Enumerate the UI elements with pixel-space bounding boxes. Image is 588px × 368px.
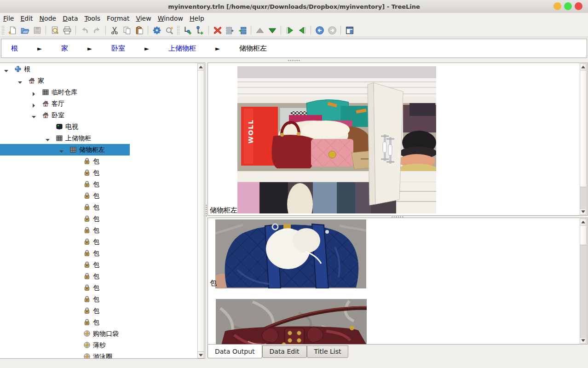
tree-item-17[interactable]: 包: [0, 259, 197, 270]
scroll-down-button[interactable]: [580, 337, 586, 343]
next-node-button[interactable]: [284, 25, 295, 36]
delete-node-button[interactable]: [212, 25, 223, 36]
tree-item-13[interactable]: 包: [0, 213, 197, 224]
cut-button[interactable]: [109, 25, 120, 36]
tree-scrollbar[interactable]: [197, 63, 204, 358]
redo-icon: [92, 26, 102, 35]
tree-item-7[interactable]: 储物柜左: [0, 144, 197, 155]
unindent-node-button[interactable]: [224, 25, 236, 36]
tree-item-6[interactable]: 上储物柜: [0, 132, 197, 144]
tree-item-10[interactable]: 包: [0, 178, 197, 190]
scroll-up-button[interactable]: [198, 64, 204, 70]
show-data-output-button[interactable]: [344, 25, 355, 36]
toolbar-drag-handle[interactable]: [1, 25, 5, 35]
print-preview-button[interactable]: [49, 25, 60, 36]
print-button[interactable]: [61, 25, 73, 36]
tree-item-5[interactable]: 电视: [0, 121, 197, 132]
insert-sibling-button[interactable]: [182, 25, 193, 36]
configure-types-button[interactable]: [151, 25, 162, 36]
top-panel-scrollbar[interactable]: [580, 63, 587, 215]
breadcrumb-item-1[interactable]: 家: [52, 44, 78, 53]
tree-scrollbar-thumb[interactable]: [198, 70, 204, 352]
expand-arrow-down-icon[interactable]: [17, 78, 23, 87]
tree-item-9[interactable]: 包: [0, 167, 197, 178]
top-panel-scrollbar-thumb[interactable]: [580, 70, 586, 187]
toolbar-separator: [340, 26, 341, 35]
tree-item-8[interactable]: 包: [0, 155, 197, 167]
breadcrumb-item-3[interactable]: 上储物柜: [159, 44, 206, 53]
menu-item-file[interactable]: File: [0, 14, 17, 23]
find-button[interactable]: [163, 25, 175, 36]
breadcrumb-item-0[interactable]: 根: [1, 44, 28, 53]
go-back-button[interactable]: [314, 25, 325, 36]
save-file-button[interactable]: [31, 25, 43, 36]
move-up-button[interactable]: [254, 25, 265, 36]
undo-button[interactable]: [79, 25, 90, 36]
tree-item-1[interactable]: 家: [0, 75, 197, 86]
tree-item-20[interactable]: 包: [0, 293, 197, 305]
tree-item-23[interactable]: 购物口袋: [0, 328, 197, 339]
expand-arrow-down-icon[interactable]: [59, 147, 64, 156]
prev-node-button[interactable]: [296, 25, 308, 36]
tab-data-edit[interactable]: Data Edit: [262, 345, 307, 358]
tab-title-list[interactable]: Title List: [307, 345, 349, 358]
menu-item-data[interactable]: Data: [60, 14, 81, 23]
scroll-up-button[interactable]: [580, 64, 586, 70]
tree-item-24[interactable]: 薄纱: [0, 339, 197, 351]
grid-icon: [56, 134, 63, 144]
expand-arrow-right-icon[interactable]: [31, 101, 36, 110]
tree-item-label: 上储物柜: [65, 132, 91, 144]
menu-label-post: iew: [140, 15, 151, 22]
paste-button[interactable]: [133, 25, 145, 36]
go-forward-button[interactable]: [326, 25, 338, 36]
open-file-icon: [20, 26, 29, 35]
tree-item-4[interactable]: 卧室: [0, 109, 197, 121]
tree-item-21[interactable]: 包: [0, 305, 197, 316]
toolbar-drag-handle[interactable]: [177, 25, 180, 35]
breadcrumb-splitter[interactable]: [0, 58, 588, 63]
menu-item-help[interactable]: Help: [187, 14, 207, 23]
tree-item-25[interactable]: 游泳圈: [0, 351, 197, 359]
menu-item-edit[interactable]: Edit: [17, 14, 35, 23]
tab-data-output[interactable]: Data Output: [208, 345, 262, 358]
expand-arrow-down-icon[interactable]: [45, 136, 50, 144]
tree-item-16[interactable]: 包: [0, 247, 197, 259]
menu-item-tools[interactable]: Tools: [82, 14, 104, 23]
tree-item-0[interactable]: 根: [0, 63, 197, 75]
open-file-button[interactable]: [19, 25, 30, 36]
minimize-button[interactable]: [553, 2, 561, 10]
tree-item-14[interactable]: 包: [0, 224, 197, 236]
tree-item-22[interactable]: 包: [0, 316, 197, 328]
menu-item-format[interactable]: Format: [104, 14, 132, 23]
menu-item-view[interactable]: View: [133, 14, 154, 23]
expand-arrow-right-icon[interactable]: [31, 90, 36, 98]
tree-item-11[interactable]: 包: [0, 190, 197, 201]
new-file-button[interactable]: [6, 25, 18, 36]
copy-button[interactable]: [121, 25, 133, 36]
menu-bar: FileEditNodeDataToolsFormatViewWindowHel…: [0, 13, 588, 24]
redo-button[interactable]: [91, 25, 103, 36]
scroll-up-button[interactable]: [580, 219, 586, 225]
scrollbar-track[interactable]: [580, 187, 586, 209]
menu-item-window[interactable]: Window: [155, 14, 186, 23]
expand-arrow-down-icon[interactable]: [31, 113, 36, 121]
indent-node-button[interactable]: [236, 25, 248, 36]
bottom-panel-scrollbar-thumb[interactable]: [580, 225, 586, 245]
tree-item-3[interactable]: 客厅: [0, 98, 197, 109]
tree-item-12[interactable]: 包: [0, 201, 197, 213]
menu-item-node[interactable]: Node: [37, 14, 59, 23]
tree-item-15[interactable]: 包: [0, 236, 197, 247]
bottom-panel-scrollbar[interactable]: [580, 218, 587, 344]
close-button[interactable]: [575, 2, 582, 10]
breadcrumb-item-2[interactable]: 卧室: [102, 44, 135, 53]
expand-arrow-down-icon[interactable]: [4, 67, 9, 75]
tree-item-18[interactable]: 包: [0, 270, 197, 282]
scroll-down-button[interactable]: [580, 208, 586, 214]
scroll-down-button[interactable]: [198, 352, 204, 358]
scrollbar-track[interactable]: [580, 245, 586, 338]
maximize-button[interactable]: [564, 2, 572, 10]
tree-item-2[interactable]: 临时仓库: [0, 86, 197, 98]
move-down-button[interactable]: [266, 25, 278, 36]
tree-item-19[interactable]: 包: [0, 282, 197, 293]
insert-child-button[interactable]: [194, 25, 206, 36]
